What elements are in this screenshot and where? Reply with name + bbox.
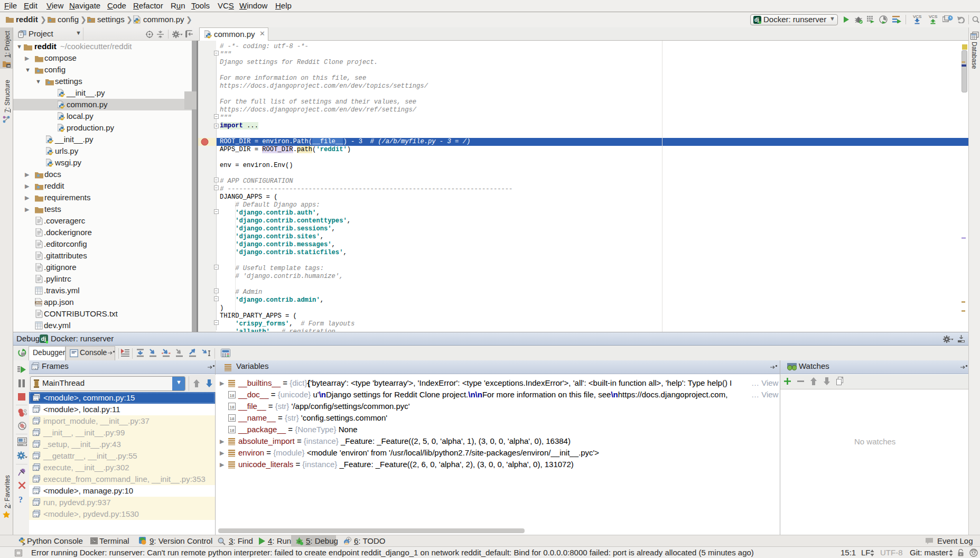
- svg-text:VCS: VCS: [913, 14, 921, 19]
- svg-text:dj: dj: [754, 17, 759, 23]
- svg-text:dj: dj: [41, 336, 46, 342]
- svg-text:VCS: VCS: [929, 14, 937, 19]
- svg-text:?: ?: [18, 495, 23, 504]
